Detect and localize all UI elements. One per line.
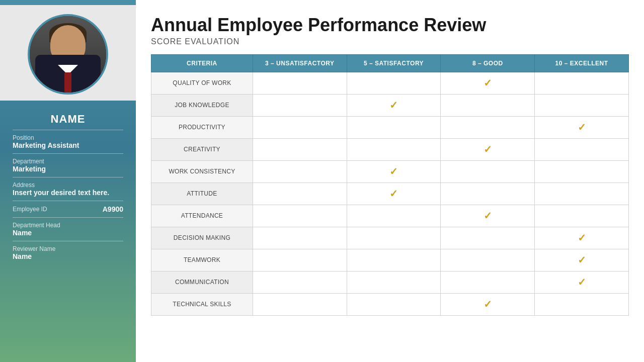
table-row: ATTITUDE✓ xyxy=(151,183,629,205)
divider-4 xyxy=(13,201,123,201)
score-cell xyxy=(347,271,441,293)
score-cell: ✓ xyxy=(441,205,535,227)
table-row: PRODUCTIVITY✓ xyxy=(151,116,629,138)
checkmark-icon: ✓ xyxy=(484,299,492,310)
score-cell xyxy=(441,227,535,249)
dept-head-value: Name xyxy=(13,229,123,237)
criteria-cell: DECISION MAKING xyxy=(151,227,253,249)
sidebar-top xyxy=(0,5,136,101)
score-cell xyxy=(535,94,629,116)
position-value: Marketing Assistant xyxy=(13,141,123,149)
table-row: TEAMWORK✓ xyxy=(151,249,629,271)
score-cell xyxy=(535,293,629,315)
score-cell xyxy=(347,293,441,315)
score-cell: ✓ xyxy=(535,227,629,249)
header-excellent: 10 – EXCELLENT xyxy=(535,54,629,72)
employee-id-value: A9900 xyxy=(103,205,123,213)
score-cell xyxy=(441,271,535,293)
page-title: Annual Employee Performance Review xyxy=(151,15,629,35)
header-satisfactory: 5 – SATISFACTORY xyxy=(347,54,441,72)
score-cell xyxy=(535,205,629,227)
score-cell xyxy=(253,183,347,205)
avatar-body xyxy=(35,55,101,93)
score-cell xyxy=(253,116,347,138)
table-row: JOB KNOWLEDGE✓ xyxy=(151,94,629,116)
employee-id-group: Employee ID A9900 xyxy=(13,205,123,213)
table-row: WORK CONSISTENCY✓ xyxy=(151,160,629,183)
checkmark-icon: ✓ xyxy=(484,77,492,88)
score-cell xyxy=(347,116,441,138)
checkmark-icon: ✓ xyxy=(578,122,586,133)
score-cell xyxy=(253,160,347,183)
score-cell xyxy=(535,138,629,160)
score-cell xyxy=(253,227,347,249)
reviewer-group: Reviewer Name Name xyxy=(13,245,123,260)
table-row: ATTENDANCE✓ xyxy=(151,205,629,227)
employee-name: NAME xyxy=(13,113,123,126)
score-cell xyxy=(347,138,441,160)
score-cell xyxy=(441,249,535,271)
score-cell xyxy=(441,160,535,183)
divider-6 xyxy=(13,241,123,241)
score-cell xyxy=(347,249,441,271)
score-cell: ✓ xyxy=(441,293,535,315)
divider-5 xyxy=(13,217,123,218)
table-row: TECHNICAL SKILLS✓ xyxy=(151,293,629,315)
score-cell xyxy=(535,72,629,94)
score-cell xyxy=(253,205,347,227)
position-group: Position Marketing Assistant xyxy=(13,134,123,149)
checkmark-icon: ✓ xyxy=(578,232,586,243)
main-content: Annual Employee Performance Review SCORE… xyxy=(136,0,644,362)
sidebar-info: NAME Position Marketing Assistant Depart… xyxy=(0,106,136,263)
score-cell xyxy=(253,271,347,293)
table-row: COMMUNICATION✓ xyxy=(151,271,629,293)
reviewer-label: Reviewer Name xyxy=(13,245,123,252)
dept-head-group: Department Head Name xyxy=(13,222,123,237)
score-cell: ✓ xyxy=(535,249,629,271)
evaluation-table: CRITERIA 3 – UNSATISFACTORY 5 – SATISFAC… xyxy=(151,54,629,316)
criteria-cell: WORK CONSISTENCY xyxy=(151,160,253,183)
score-cell: ✓ xyxy=(347,183,441,205)
score-cell xyxy=(347,72,441,94)
criteria-cell: PRODUCTIVITY xyxy=(151,116,253,138)
score-cell xyxy=(253,293,347,315)
checkmark-icon: ✓ xyxy=(389,100,398,111)
score-cell: ✓ xyxy=(347,160,441,183)
score-cell: ✓ xyxy=(441,138,535,160)
score-cell: ✓ xyxy=(441,72,535,94)
criteria-cell: COMMUNICATION xyxy=(151,271,253,293)
criteria-cell: ATTENDANCE xyxy=(151,205,253,227)
address-label: Address xyxy=(13,182,123,189)
score-cell: ✓ xyxy=(535,116,629,138)
table-row: DECISION MAKING✓ xyxy=(151,227,629,249)
header-criteria: CRITERIA xyxy=(151,54,253,72)
reviewer-value: Name xyxy=(13,252,123,260)
checkmark-icon: ✓ xyxy=(484,210,492,221)
checkmark-icon: ✓ xyxy=(578,277,586,288)
position-label: Position xyxy=(13,134,123,141)
checkmark-icon: ✓ xyxy=(389,166,398,177)
dept-head-label: Department Head xyxy=(13,222,123,229)
score-cell xyxy=(347,227,441,249)
page-subtitle: SCORE EVALUATION xyxy=(151,37,629,46)
department-label: Department xyxy=(13,158,123,165)
criteria-cell: TECHNICAL SKILLS xyxy=(151,293,253,315)
score-cell xyxy=(253,72,347,94)
score-cell xyxy=(441,116,535,138)
sidebar: NAME Position Marketing Assistant Depart… xyxy=(0,0,136,362)
divider-3 xyxy=(13,177,123,177)
avatar-person xyxy=(30,16,106,93)
score-cell xyxy=(253,94,347,116)
criteria-cell: ATTITUDE xyxy=(151,183,253,205)
employee-id-label: Employee ID xyxy=(13,206,47,213)
score-cell xyxy=(535,183,629,205)
score-cell xyxy=(253,249,347,271)
divider-2 xyxy=(13,153,123,154)
criteria-cell: TEAMWORK xyxy=(151,249,253,271)
score-cell xyxy=(441,183,535,205)
table-row: CREATIVITY✓ xyxy=(151,138,629,160)
address-group: Address Insert your desired text here. xyxy=(13,182,123,197)
checkmark-icon: ✓ xyxy=(578,254,586,265)
criteria-cell: CREATIVITY xyxy=(151,138,253,160)
table-header-row: CRITERIA 3 – UNSATISFACTORY 5 – SATISFAC… xyxy=(151,54,629,72)
